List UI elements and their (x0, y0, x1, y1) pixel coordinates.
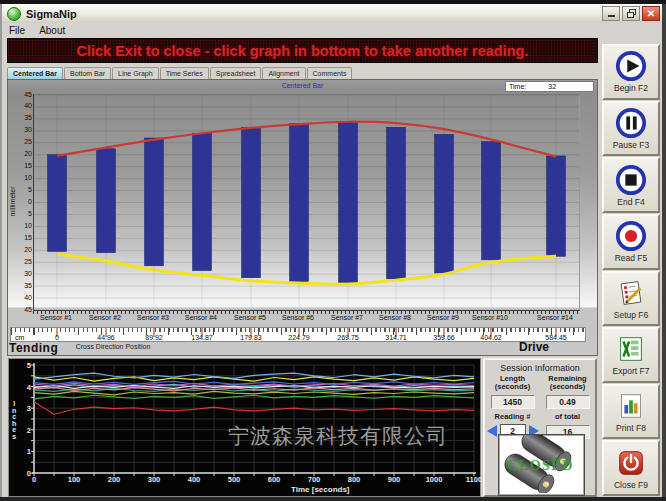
time-field[interactable]: Time: 32 (505, 81, 594, 92)
notepad-icon (615, 277, 647, 309)
record-icon (615, 220, 647, 252)
close-button[interactable]: ✕ (642, 6, 660, 21)
tab-line-graph[interactable]: Line Graph (112, 67, 159, 79)
ruler-position-value: 134.87 (180, 334, 224, 341)
tending-chart[interactable]: Inches Time [seconds] 012345010020030040… (8, 358, 481, 497)
excel-icon (615, 333, 647, 365)
minimize-button[interactable] (602, 6, 620, 21)
tend-x-tick-label: 600 (259, 475, 289, 484)
end-button[interactable]: End F4 (602, 157, 660, 213)
reading-decrement-arrow[interactable] (487, 425, 497, 437)
y-tick-label: 15 (16, 162, 32, 169)
tab-time-series[interactable]: Time Series (160, 67, 209, 79)
tab-alignment[interactable]: Alignment (262, 67, 305, 79)
sensor-label: Sensor #7 (324, 314, 370, 321)
read-button[interactable]: Read F5 (602, 214, 660, 270)
sensor-label: Sensor #8 (372, 314, 418, 321)
length-header: Length(seconds) (485, 375, 540, 391)
export-button[interactable]: Export F7 (602, 327, 660, 383)
ruler-position-value: 0 (35, 334, 79, 341)
play-icon (615, 50, 647, 82)
pause-button[interactable]: Pause F3 (602, 101, 660, 157)
y-tick-label: 25 (16, 138, 32, 145)
sensor-label: Sensor #14 (532, 314, 578, 321)
tab-centered-bar[interactable]: Centered Bar (7, 67, 63, 79)
minimize-icon (608, 15, 615, 17)
tend-y-tick-label: 3 (19, 404, 31, 413)
bar-Sensor #8 (387, 127, 406, 279)
centered-bar-svg (34, 95, 579, 310)
y-tick-label: 0 (16, 198, 32, 205)
close-f9-button[interactable]: Close F9 (602, 440, 660, 496)
sensor-label: Sensor #2 (82, 314, 128, 321)
sensor-label: Sensor #6 (275, 314, 321, 321)
drive-side-label: Drive (519, 340, 549, 354)
bar-Sensor #10 (482, 142, 501, 260)
restore-button[interactable] (622, 6, 640, 21)
tend-x-tick-label: 400 (179, 475, 209, 484)
begin-button[interactable]: Begin F2 (602, 44, 660, 100)
ruler-position-value: 359.66 (422, 334, 466, 341)
tab-bottom-bar[interactable]: Bottom Bar (64, 67, 111, 79)
bar-Sensor #14 (547, 156, 566, 256)
message-banner: Click Exit to close - click graph in bot… (7, 38, 598, 63)
y-tick-label: 15 (16, 234, 32, 241)
tend-x-tick-label: 300 (139, 475, 169, 484)
tend-x-tick-label: 1000 (419, 475, 449, 484)
bar-Sensor #6 (290, 124, 309, 282)
tab-spreadsheet[interactable]: Spreadsheet (210, 67, 262, 79)
window-title: SigmaNip (26, 8, 77, 20)
sensor-label: Sensor #10 (467, 314, 513, 321)
tend-y-tick-label: 5 (19, 361, 31, 370)
nip-status-image: CLOSED (498, 434, 585, 496)
y-tick-label: 20 (16, 246, 32, 253)
centered-bar-plot[interactable] (33, 94, 580, 311)
y-tick-label: 40 (16, 102, 32, 109)
setup-button[interactable]: Setup F6 (602, 271, 660, 327)
ruler-position-value: 314.71 (374, 334, 418, 341)
close-icon: ✕ (647, 8, 655, 19)
tending-side-label: Tending (9, 341, 58, 355)
y-tick-label: 40 (16, 294, 32, 301)
y-tick-label: 35 (16, 114, 32, 121)
of-total-label: of total (540, 412, 595, 421)
tab-comments[interactable]: Comments (307, 67, 353, 79)
y-tick-label: 45 (16, 91, 32, 98)
sensor-label: Sensor #4 (178, 314, 224, 321)
menu-about[interactable]: About (32, 25, 72, 36)
app-icon (7, 7, 21, 21)
menu-file[interactable]: File (2, 25, 32, 36)
sensor-label: Sensor #3 (130, 314, 176, 321)
sensor-label: Sensor #5 (227, 314, 273, 321)
main-chart-panel[interactable]: Centered Bar Time: 32 millimeter cm 044.… (7, 79, 598, 356)
print-button[interactable]: Print F8 (602, 384, 660, 440)
tend-x-tick-label: 100 (59, 475, 89, 484)
y-tick-label: 20 (16, 150, 32, 157)
bar-Sensor #7 (339, 121, 358, 282)
tend-y-tick-label: 1 (19, 447, 31, 456)
ruler-caption: Cross Direction Position (48, 343, 178, 350)
bar-Sensor #1 (48, 155, 67, 252)
chart-page-icon (615, 390, 647, 422)
sensor-label: Sensor #1 (33, 314, 79, 321)
y-tick-label: 45 (16, 306, 32, 313)
ruler-position-value: 44.96 (84, 334, 128, 341)
ruler-position-value: 269.75 (326, 334, 370, 341)
bar-Sensor #5 (242, 127, 261, 278)
title-bar[interactable]: SigmaNip ✕ (2, 4, 662, 23)
tend-x-tick-label: 200 (99, 475, 129, 484)
status-text: CLOSED (507, 458, 574, 473)
time-label: Time: (509, 83, 526, 90)
reading-label: Reading # (485, 412, 540, 421)
tend-y-tick-label: 4 (19, 383, 31, 392)
y-tick-label: 30 (16, 126, 32, 133)
ruler-position-value: 179.83 (229, 334, 273, 341)
y-tick-label: 25 (16, 258, 32, 265)
ruler-position-value: 584.45 (534, 334, 578, 341)
tend-x-tick-label: 700 (299, 475, 329, 484)
tend-x-axis-label: Time [seconds] (291, 485, 350, 494)
tend-y-axis-label: Inches (12, 401, 16, 440)
banner-text: Click Exit to close - click graph in bot… (77, 43, 529, 59)
bar-Sensor #2 (97, 149, 116, 253)
y-tick-label: 5 (16, 186, 32, 193)
